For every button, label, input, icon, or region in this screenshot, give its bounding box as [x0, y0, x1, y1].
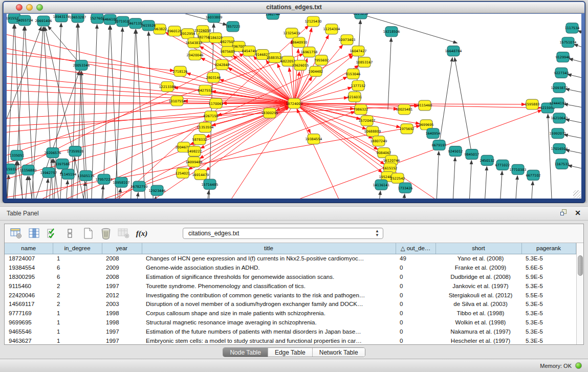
graph-node[interactable]: 12923446 — [148, 185, 165, 195]
graph-node[interactable]: 14099489 — [185, 157, 202, 167]
graph-node[interactable]: 16961758 — [300, 47, 317, 57]
graph-node[interactable]: 1562744 — [266, 14, 280, 19]
graph-node[interactable]: 15751074 — [559, 37, 576, 48]
float-panel-icon[interactable] — [560, 209, 568, 216]
graph-node[interactable]: 13505135 — [77, 170, 94, 181]
close-panel-icon[interactable]: ✕ — [575, 209, 581, 216]
graph-node[interactable]: 15716485 — [201, 179, 218, 189]
graph-node[interactable]: 17957223 — [95, 174, 112, 184]
graph-node[interactable]: 8216031 — [347, 92, 362, 102]
graph-node[interactable]: 9397588 — [55, 159, 70, 169]
graph-node[interactable]: 11145194 — [59, 169, 76, 179]
graph-node[interactable]: 8679197 — [432, 140, 447, 150]
vertical-scrollbar[interactable] — [576, 243, 584, 345]
graph-node[interactable]: 18724007 — [286, 98, 302, 108]
tab-edge-table[interactable]: Edge Table — [268, 348, 313, 357]
graph-node[interactable]: 2522542 — [390, 173, 405, 183]
graph-node[interactable]: 1733426 — [398, 183, 413, 193]
graph-node[interactable]: 23420046 — [186, 50, 203, 60]
graph-node[interactable]: 20691406 — [35, 16, 52, 26]
graph-node[interactable]: 12125430 — [304, 16, 321, 27]
graph-node[interactable]: 5878332 — [192, 135, 207, 145]
table-row[interactable]: 1938455462009Genome-wide association stu… — [5, 263, 576, 272]
graph-node[interactable]: 1595883 — [525, 99, 540, 110]
graph-node[interactable]: 7955692 — [314, 55, 329, 65]
graph-node[interactable]: 1904482 — [309, 66, 323, 76]
graph-node[interactable]: 15720407 — [358, 116, 375, 126]
graph-node[interactable]: 7615526 — [141, 20, 156, 31]
column-select-icon[interactable] — [28, 227, 41, 240]
graph-node[interactable]: 16648784 — [445, 46, 462, 56]
rows-icon[interactable] — [63, 227, 77, 240]
graph-node[interactable]: 16033809 — [205, 14, 222, 23]
tab-network-table[interactable]: Network Table — [313, 348, 365, 357]
graph-node[interactable]: 10853167 — [356, 57, 373, 68]
network-graph[interactable]: 1872400718300295193845547963822896012889… — [7, 14, 581, 199]
graph-node[interactable]: 9227343 — [554, 68, 569, 78]
network-view-window[interactable]: citations_edges.txt 18724007183002951938… — [3, 1, 585, 203]
graph-node[interactable]: 13942757 — [40, 167, 57, 178]
graph-node[interactable]: 1335051 — [10, 150, 25, 161]
graph-node[interactable]: 8813054 — [354, 14, 368, 19]
graph-node[interactable]: 17359928 — [67, 146, 83, 157]
graph-node[interactable]: 11156889 — [19, 165, 36, 175]
function-builder-icon[interactable]: f(x) — [135, 227, 148, 240]
table-row[interactable]: 977716911998Corpus callosum shape and si… — [5, 309, 576, 318]
graph-node[interactable]: 8153046 — [346, 69, 361, 79]
network-canvas[interactable]: 1872400718300295193845547963822896012889… — [7, 14, 581, 199]
graph-node[interactable]: 14055724 — [16, 15, 33, 26]
graph-node[interactable]: 1117534 — [565, 23, 580, 33]
table-row[interactable]: 946362711997Embryonic stem cells: a mode… — [5, 336, 576, 345]
graph-node[interactable]: 10688809 — [364, 126, 381, 137]
graph-node[interactable]: 2803144 — [206, 72, 221, 82]
graph-node[interactable]: 1167533 — [555, 159, 570, 169]
graph-node[interactable]: 13626015 — [292, 60, 309, 70]
graph-node[interactable]: 10107554 — [168, 96, 185, 106]
table-mode-icon[interactable] — [10, 227, 23, 240]
graph-node[interactable]: 10025481 — [396, 104, 412, 115]
graph-node[interactable]: 16210643 — [551, 113, 568, 123]
graph-node[interactable]: 17710383 — [509, 164, 526, 174]
delete-column-icon[interactable] — [99, 227, 113, 240]
graph-node[interactable]: 10973403 — [338, 35, 355, 45]
graph-node[interactable]: 16543812 — [185, 38, 202, 48]
graph-node[interactable]: 12093872 — [551, 82, 568, 93]
table-row[interactable]: 2242004622012Investigating the contribut… — [5, 291, 576, 300]
scrollbar-thumb[interactable] — [578, 255, 583, 276]
graph-node[interactable]: 12325419 — [283, 28, 300, 38]
column-header-name[interactable]: name — [5, 243, 53, 254]
table-row[interactable]: 911546021997Tourette syndrome. Phenomeno… — [5, 281, 576, 291]
graph-node[interactable]: 8267150 — [204, 111, 219, 121]
column-header-short[interactable]: short — [435, 243, 521, 254]
window-titlebar[interactable]: citations_edges.txt — [4, 2, 584, 13]
graph-node[interactable]: 8427552 — [198, 85, 213, 95]
graph-node[interactable]: 10958107 — [113, 177, 129, 187]
column-header-in_degree[interactable]: in_degree — [53, 243, 102, 254]
graph-node[interactable]: 1640954 — [426, 128, 441, 139]
graph-node[interactable]: 19384554 — [305, 134, 322, 144]
column-header-pagerank[interactable]: pagerank — [521, 243, 576, 254]
graph-node[interactable]: 18300295 — [261, 108, 278, 118]
graph-node[interactable]: 14136141 — [373, 180, 389, 190]
graph-node[interactable]: 2450132 — [480, 155, 495, 165]
graph-node[interactable]: 6771022 — [495, 160, 510, 170]
graph-node[interactable]: 9875685 — [221, 47, 235, 57]
column-header-title[interactable]: title — [142, 243, 396, 254]
close-window-button[interactable] — [16, 4, 23, 11]
graph-node[interactable]: 17016504 — [551, 144, 568, 154]
graph-node[interactable]: 1498222 — [187, 146, 202, 157]
graph-node[interactable]: 9242848 — [215, 60, 230, 70]
table-row[interactable]: 1830029562008Estimation of significance … — [5, 272, 576, 281]
graph-node[interactable]: 11353594 — [197, 122, 213, 133]
graph-node[interactable]: 20053346 — [73, 60, 90, 70]
minimize-window-button[interactable] — [26, 4, 33, 11]
graph-node[interactable]: 1254021 — [176, 168, 190, 178]
graph-node[interactable]: 12213389 — [159, 81, 176, 92]
graph-node[interactable]: 11254304 — [323, 24, 340, 34]
graph-node[interactable]: 16782759 — [130, 181, 147, 191]
graph-node[interactable]: 9845017 — [465, 149, 480, 160]
graph-node[interactable]: 9245012 — [448, 146, 463, 157]
graph-node[interactable]: 16047427 — [350, 46, 366, 56]
graph-node[interactable]: 8912954 — [181, 29, 195, 39]
graph-node[interactable]: 18807249 — [370, 136, 387, 146]
